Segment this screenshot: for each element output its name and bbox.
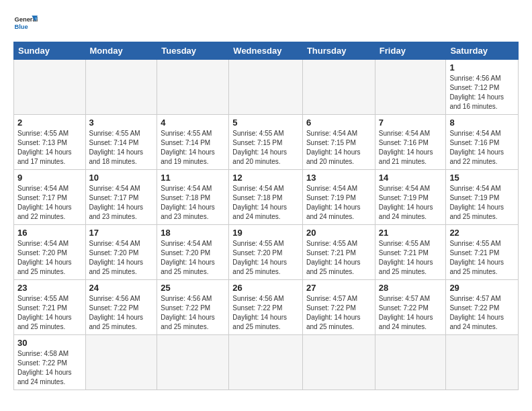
column-header-tuesday: Tuesday [157,42,229,60]
day-info: Sunrise: 4:55 AM Sunset: 7:21 PM Dayligh… [449,239,515,277]
day-info: Sunrise: 4:54 AM Sunset: 7:17 PM Dayligh… [89,184,154,222]
day-info: Sunrise: 4:56 AM Sunset: 7:22 PM Dayligh… [161,294,225,332]
day-number: 15 [449,173,515,183]
calendar-week-row: 23Sunrise: 4:55 AM Sunset: 7:21 PM Dayli… [14,280,519,335]
calendar-cell: 17Sunrise: 4:54 AM Sunset: 7:20 PM Dayli… [85,225,157,280]
day-info: Sunrise: 4:55 AM Sunset: 7:13 PM Dayligh… [17,129,82,167]
day-number: 11 [161,173,225,183]
day-number: 10 [89,173,154,183]
day-number: 29 [449,283,515,293]
day-number: 4 [161,118,225,128]
day-info: Sunrise: 4:58 AM Sunset: 7:22 PM Dayligh… [17,349,82,387]
day-info: Sunrise: 4:54 AM Sunset: 7:19 PM Dayligh… [306,184,371,222]
day-number: 1 [449,62,515,73]
calendar-cell [85,60,157,115]
calendar-week-row: 2Sunrise: 4:55 AM Sunset: 7:13 PM Daylig… [14,115,519,170]
column-header-saturday: Saturday [446,42,519,60]
day-number: 18 [161,228,225,238]
calendar-cell: 24Sunrise: 4:56 AM Sunset: 7:22 PM Dayli… [85,280,157,335]
day-info: Sunrise: 4:55 AM Sunset: 7:21 PM Dayligh… [17,294,82,332]
calendar-header-row: SundayMondayTuesdayWednesdayThursdayFrid… [14,42,519,60]
day-number: 24 [89,283,154,293]
column-header-sunday: Sunday [14,42,86,60]
calendar-cell [446,335,519,390]
day-info: Sunrise: 4:54 AM Sunset: 7:19 PM Dayligh… [449,184,515,222]
day-number: 27 [306,283,371,293]
day-number: 26 [232,283,299,293]
day-info: Sunrise: 4:57 AM Sunset: 7:22 PM Dayligh… [379,294,443,332]
calendar-cell: 13Sunrise: 4:54 AM Sunset: 7:19 PM Dayli… [302,170,375,225]
day-number: 28 [379,283,443,293]
day-info: Sunrise: 4:57 AM Sunset: 7:22 PM Dayligh… [449,294,515,332]
day-info: Sunrise: 4:57 AM Sunset: 7:22 PM Dayligh… [306,294,371,332]
day-number: 9 [17,173,82,183]
calendar-cell: 28Sunrise: 4:57 AM Sunset: 7:22 PM Dayli… [375,280,446,335]
calendar-cell: 22Sunrise: 4:55 AM Sunset: 7:21 PM Dayli… [446,225,519,280]
calendar-cell: 18Sunrise: 4:54 AM Sunset: 7:20 PM Dayli… [157,225,229,280]
day-info: Sunrise: 4:54 AM Sunset: 7:15 PM Dayligh… [306,129,371,167]
calendar-cell: 8Sunrise: 4:54 AM Sunset: 7:16 PM Daylig… [446,115,519,170]
calendar-cell: 23Sunrise: 4:55 AM Sunset: 7:21 PM Dayli… [14,280,86,335]
day-info: Sunrise: 4:54 AM Sunset: 7:16 PM Dayligh… [449,129,515,167]
day-number: 30 [17,338,82,348]
day-number: 13 [306,173,371,183]
calendar-cell [157,60,229,115]
calendar-week-row: 1Sunrise: 4:56 AM Sunset: 7:12 PM Daylig… [14,60,519,115]
day-number: 23 [17,283,82,293]
day-number: 22 [449,228,515,238]
calendar-cell: 12Sunrise: 4:54 AM Sunset: 7:18 PM Dayli… [229,170,303,225]
day-number: 21 [379,228,443,238]
calendar-cell: 11Sunrise: 4:54 AM Sunset: 7:18 PM Dayli… [157,170,229,225]
day-info: Sunrise: 4:55 AM Sunset: 7:15 PM Dayligh… [232,129,299,167]
calendar-cell [14,60,86,115]
day-number: 16 [17,228,82,238]
day-info: Sunrise: 4:54 AM Sunset: 7:20 PM Dayligh… [17,239,82,277]
calendar-cell: 15Sunrise: 4:54 AM Sunset: 7:19 PM Dayli… [446,170,519,225]
calendar-cell [375,335,446,390]
calendar-cell: 14Sunrise: 4:54 AM Sunset: 7:19 PM Dayli… [375,170,446,225]
calendar-week-row: 9Sunrise: 4:54 AM Sunset: 7:17 PM Daylig… [14,170,519,225]
calendar-cell: 2Sunrise: 4:55 AM Sunset: 7:13 PM Daylig… [14,115,86,170]
calendar-cell: 1Sunrise: 4:56 AM Sunset: 7:12 PM Daylig… [446,60,519,115]
svg-text:Blue: Blue [14,24,28,30]
calendar-week-row: 30Sunrise: 4:58 AM Sunset: 7:22 PM Dayli… [14,335,519,390]
column-header-wednesday: Wednesday [229,42,303,60]
calendar-table: SundayMondayTuesdayWednesdayThursdayFrid… [13,42,519,390]
calendar-cell: 19Sunrise: 4:55 AM Sunset: 7:20 PM Dayli… [229,225,303,280]
generalblue-logo-icon: General Blue [13,11,38,35]
day-info: Sunrise: 4:55 AM Sunset: 7:21 PM Dayligh… [306,239,371,277]
column-header-thursday: Thursday [302,42,375,60]
calendar-cell: 10Sunrise: 4:54 AM Sunset: 7:17 PM Dayli… [85,170,157,225]
day-number: 19 [232,228,299,238]
calendar-cell [157,335,229,390]
day-info: Sunrise: 4:55 AM Sunset: 7:14 PM Dayligh… [89,129,154,167]
calendar-cell: 25Sunrise: 4:56 AM Sunset: 7:22 PM Dayli… [157,280,229,335]
day-info: Sunrise: 4:56 AM Sunset: 7:22 PM Dayligh… [232,294,299,332]
calendar-cell [229,335,303,390]
day-info: Sunrise: 4:54 AM Sunset: 7:17 PM Dayligh… [17,184,82,222]
day-info: Sunrise: 4:56 AM Sunset: 7:12 PM Dayligh… [449,74,515,111]
calendar-cell [85,335,157,390]
day-info: Sunrise: 4:55 AM Sunset: 7:14 PM Dayligh… [161,129,225,167]
calendar-cell [302,335,375,390]
day-number: 20 [306,228,371,238]
day-info: Sunrise: 4:54 AM Sunset: 7:20 PM Dayligh… [161,239,225,277]
day-info: Sunrise: 4:54 AM Sunset: 7:16 PM Dayligh… [379,129,443,167]
day-number: 5 [232,118,299,128]
day-info: Sunrise: 4:54 AM Sunset: 7:19 PM Dayligh… [379,184,443,222]
day-info: Sunrise: 4:54 AM Sunset: 7:20 PM Dayligh… [89,239,154,277]
calendar-cell [375,60,446,115]
calendar-cell: 9Sunrise: 4:54 AM Sunset: 7:17 PM Daylig… [14,170,86,225]
calendar-cell: 21Sunrise: 4:55 AM Sunset: 7:21 PM Dayli… [375,225,446,280]
calendar-cell: 30Sunrise: 4:58 AM Sunset: 7:22 PM Dayli… [14,335,86,390]
day-info: Sunrise: 4:54 AM Sunset: 7:18 PM Dayligh… [232,184,299,222]
calendar-cell: 4Sunrise: 4:55 AM Sunset: 7:14 PM Daylig… [157,115,229,170]
day-number: 25 [161,283,225,293]
calendar-cell: 16Sunrise: 4:54 AM Sunset: 7:20 PM Dayli… [14,225,86,280]
day-number: 6 [306,118,371,128]
day-number: 2 [17,118,82,128]
day-number: 8 [449,118,515,128]
calendar-cell [229,60,303,115]
calendar-week-row: 16Sunrise: 4:54 AM Sunset: 7:20 PM Dayli… [14,225,519,280]
day-info: Sunrise: 4:55 AM Sunset: 7:21 PM Dayligh… [379,239,443,277]
